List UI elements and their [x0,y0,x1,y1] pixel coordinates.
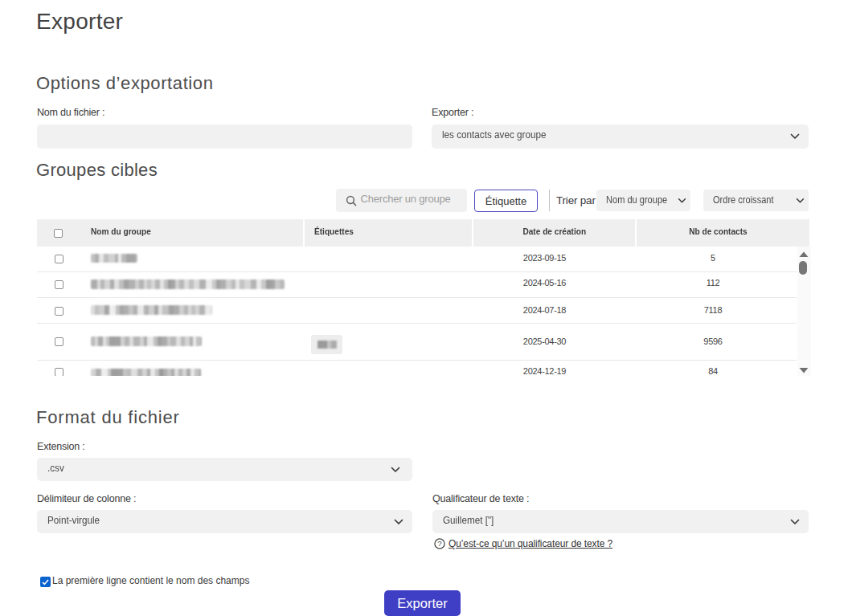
svg-text:?: ? [437,539,441,548]
